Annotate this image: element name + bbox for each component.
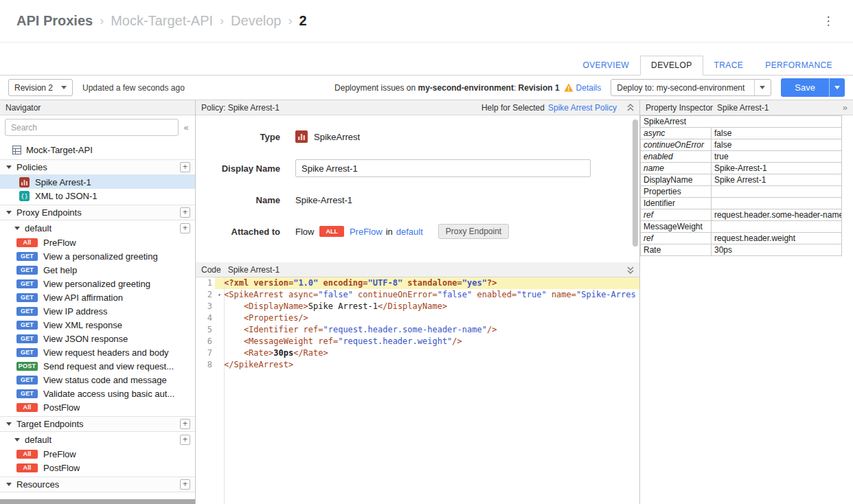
collapse-panel-icon[interactable]: « xyxy=(179,122,194,133)
chevron-down-icon[interactable] xyxy=(6,165,12,169)
tree-section-resources[interactable]: Resources+ xyxy=(0,477,195,492)
tree-folder-default[interactable]: default+ xyxy=(0,220,195,236)
breadcrumb-proxy-name[interactable]: Mock-Target-API xyxy=(111,13,213,29)
tab-performance[interactable]: PERFORMANCE xyxy=(754,56,843,76)
details-link[interactable]: Details xyxy=(576,83,602,93)
tabs: OVERVIEW DEVELOP TRACE PERFORMANCE xyxy=(571,56,843,76)
get-badge: GET xyxy=(16,376,38,385)
code-line-7[interactable]: 7 <Rate>30ps</Rate> xyxy=(196,347,639,359)
save-button[interactable]: Save xyxy=(781,78,829,97)
type-row: Type SpikeArrest xyxy=(196,121,639,152)
property-row-name[interactable]: nameSpike-Arrest-1 xyxy=(641,163,842,174)
tree-item-label: PreFlow xyxy=(43,449,76,459)
add-button[interactable]: + xyxy=(180,419,190,429)
chevron-down-icon[interactable] xyxy=(6,483,12,486)
tree-flow-view-ip-address[interactable]: GETView IP address xyxy=(0,304,195,318)
code-line-6[interactable]: 6 <MessageWeight ref="request.header.wei… xyxy=(196,336,639,347)
add-button[interactable]: + xyxy=(180,162,190,172)
tree-section-proxy-endpoints[interactable]: Proxy Endpoints+ xyxy=(0,205,195,220)
code-line-8[interactable]: 8</SpikeArrest> xyxy=(196,359,639,371)
default-endpoint-link[interactable]: default xyxy=(396,227,423,237)
breadcrumb-api-proxies[interactable]: API Proxies xyxy=(16,13,93,29)
code-editor[interactable]: 1<?xml version="1.0" encoding="UTF-8" st… xyxy=(196,277,639,504)
property-row-messageweight[interactable]: MessageWeight xyxy=(641,221,842,233)
property-row-ref[interactable]: refrequest.header.some-header-name xyxy=(641,209,842,221)
tree-section-target-endpoints[interactable]: Target Endpoints+ xyxy=(0,416,195,432)
breadcrumb-separator: › xyxy=(220,14,224,28)
tree-flow-send-request-and-view-request[interactable]: POSTSend request and view request... xyxy=(0,359,195,373)
tree-root-mock-target-api[interactable]: Mock-Target-API xyxy=(0,142,195,157)
tree-section-policies[interactable]: Policies+ xyxy=(0,159,195,175)
tree-flow-postflow[interactable]: AllPostFlow xyxy=(0,461,195,474)
add-button[interactable]: + xyxy=(180,207,190,218)
tree-folder-default[interactable]: default+ xyxy=(0,432,195,447)
tree-flow-validate-access-using-basic-aut[interactable]: GETValidate access using basic aut... xyxy=(0,387,195,400)
tree-flow-view-api-affirmation[interactable]: GETView API affirmation xyxy=(0,290,195,304)
property-row-identifier[interactable]: Identifier xyxy=(641,198,842,209)
preflow-link[interactable]: PreFlow xyxy=(350,227,383,237)
horizontal-scrollbar[interactable] xyxy=(0,499,195,504)
property-row-displayname[interactable]: DisplayNameSpike Arrest-1 xyxy=(641,174,842,186)
expand-down-icon[interactable] xyxy=(627,266,634,274)
tab-develop[interactable]: DEVELOP xyxy=(640,56,703,76)
code-line-5[interactable]: 5 <Identifier ref="request.header.some-h… xyxy=(196,324,639,336)
expand-panel-icon[interactable]: » xyxy=(843,102,848,113)
tree-flow-postflow[interactable]: AllPostFlow xyxy=(0,400,195,414)
property-row-ref[interactable]: refrequest.header.weight xyxy=(641,233,842,244)
property-row-properties[interactable]: Properties xyxy=(641,186,842,198)
kebab-menu-icon[interactable]: ⋮ xyxy=(820,15,837,27)
tree-flow-view-status-code-and-message[interactable]: GETView status code and message xyxy=(0,373,195,387)
tree-flow-view-json-response[interactable]: GETView JSON response xyxy=(0,332,195,345)
tree-item-label: View IP address xyxy=(43,306,107,317)
add-button[interactable]: + xyxy=(180,223,190,233)
property-value: request.header.weight xyxy=(712,233,842,244)
tree-flow-get-help[interactable]: GETGet help xyxy=(0,263,195,277)
chevron-down-icon[interactable] xyxy=(14,227,20,230)
property-value: Spike-Arrest-1 xyxy=(712,163,842,174)
chevron-down-icon[interactable] xyxy=(6,211,12,214)
tab-trace[interactable]: TRACE xyxy=(703,56,755,76)
get-badge: GET xyxy=(16,279,38,288)
tree-policy-spike-arrest-1[interactable]: Spike Arrest-1 xyxy=(0,175,195,189)
revision-select[interactable]: Revision 2 xyxy=(8,79,73,96)
tree-flow-preflow[interactable]: AllPreFlow xyxy=(0,447,195,461)
chevron-down-icon[interactable] xyxy=(6,422,12,426)
property-row-enabled[interactable]: enabledtrue xyxy=(641,151,842,163)
code-header: Code Spike Arrest-1 xyxy=(196,262,639,277)
display-name-input[interactable] xyxy=(295,159,591,177)
property-row-async[interactable]: asyncfalse xyxy=(641,128,842,139)
add-button[interactable]: + xyxy=(180,479,190,490)
code-line-1[interactable]: 1<?xml version="1.0" encoding="UTF-8" st… xyxy=(196,277,639,289)
line-number: 6 xyxy=(196,336,215,347)
search-input[interactable] xyxy=(5,119,179,136)
proxy-endpoint-button[interactable]: Proxy Endpoint xyxy=(438,224,509,239)
code-line-4[interactable]: 4 <Properties/> xyxy=(196,312,639,324)
fold-toggle-icon[interactable]: ▾ xyxy=(215,289,224,301)
tree-flow-view-request-headers-and-body[interactable]: GETView request headers and body xyxy=(0,345,195,359)
policy-help-link[interactable]: Spike Arrest Policy xyxy=(548,103,617,113)
breadcrumb-develop[interactable]: Develop xyxy=(231,13,281,29)
property-row-continueonerror[interactable]: continueOnErrorfalse xyxy=(641,139,842,151)
deployment-colon: : xyxy=(514,83,519,93)
property-row-spikearrest[interactable]: SpikeArrest xyxy=(641,116,842,128)
tree-item-label: View API affirmation xyxy=(43,293,123,303)
tree-flow-view-xml-response[interactable]: GETView XML response xyxy=(0,318,195,332)
breadcrumb-separator: › xyxy=(100,14,104,28)
collapse-up-icon[interactable] xyxy=(627,104,634,112)
tree-flow-view-personalized-greeting[interactable]: GETView personalized greeting xyxy=(0,277,195,290)
tab-overview[interactable]: OVERVIEW xyxy=(571,56,640,76)
property-row-rate[interactable]: Rate30ps xyxy=(641,244,842,256)
deployment-issues-text: Deployment issues on xyxy=(334,83,418,93)
code-line-3[interactable]: 3 <DisplayName>Spike Arrest-1</DisplayNa… xyxy=(196,301,639,312)
chevron-down-icon[interactable] xyxy=(14,438,20,442)
vertical-scrollbar[interactable] xyxy=(633,119,638,247)
deploy-to-select[interactable]: Deploy to: my-second-environment xyxy=(611,79,771,96)
tree-flow-view-a-personalized-greeting[interactable]: GETView a personalized greeting xyxy=(0,249,195,263)
code-line-2[interactable]: 2▾<SpikeArrest async="false" continueOnE… xyxy=(196,289,639,301)
tree-flow-preflow[interactable]: AllPreFlow xyxy=(0,236,195,249)
add-button[interactable]: + xyxy=(180,435,190,445)
all-badge: All xyxy=(16,450,38,459)
save-menu-button[interactable] xyxy=(829,78,845,97)
tree-policy-xml-to-json-1[interactable]: {}XML to JSON-1 xyxy=(0,189,195,203)
navigator-header: Navigator xyxy=(0,100,195,115)
